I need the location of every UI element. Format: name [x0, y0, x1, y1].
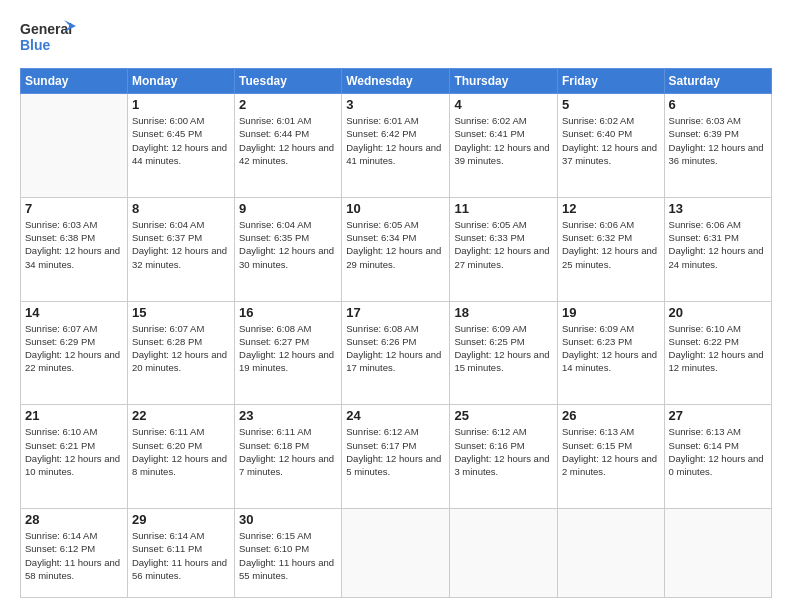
- day-number: 15: [132, 305, 230, 320]
- day-info: Sunrise: 6:10 AMSunset: 6:21 PMDaylight:…: [25, 425, 123, 478]
- day-number: 24: [346, 408, 445, 423]
- day-info: Sunrise: 6:06 AMSunset: 6:31 PMDaylight:…: [669, 218, 767, 271]
- day-info: Sunrise: 6:07 AMSunset: 6:28 PMDaylight:…: [132, 322, 230, 375]
- col-header-wednesday: Wednesday: [342, 69, 450, 94]
- calendar-cell: 2Sunrise: 6:01 AMSunset: 6:44 PMDaylight…: [235, 94, 342, 198]
- day-number: 7: [25, 201, 123, 216]
- day-number: 22: [132, 408, 230, 423]
- calendar-cell: [557, 509, 664, 598]
- logo-svg: GeneralBlue: [20, 18, 80, 58]
- calendar-cell: 17Sunrise: 6:08 AMSunset: 6:26 PMDayligh…: [342, 301, 450, 405]
- calendar-cell: 20Sunrise: 6:10 AMSunset: 6:22 PMDayligh…: [664, 301, 771, 405]
- calendar-cell: 25Sunrise: 6:12 AMSunset: 6:16 PMDayligh…: [450, 405, 558, 509]
- calendar-cell: 8Sunrise: 6:04 AMSunset: 6:37 PMDaylight…: [127, 197, 234, 301]
- day-number: 25: [454, 408, 553, 423]
- header: GeneralBlue: [20, 18, 772, 58]
- calendar-cell: 7Sunrise: 6:03 AMSunset: 6:38 PMDaylight…: [21, 197, 128, 301]
- calendar-cell: [664, 509, 771, 598]
- day-info: Sunrise: 6:12 AMSunset: 6:16 PMDaylight:…: [454, 425, 553, 478]
- day-number: 30: [239, 512, 337, 527]
- col-header-thursday: Thursday: [450, 69, 558, 94]
- day-info: Sunrise: 6:05 AMSunset: 6:34 PMDaylight:…: [346, 218, 445, 271]
- day-number: 14: [25, 305, 123, 320]
- calendar-cell: 1Sunrise: 6:00 AMSunset: 6:45 PMDaylight…: [127, 94, 234, 198]
- day-number: 26: [562, 408, 660, 423]
- day-info: Sunrise: 6:01 AMSunset: 6:44 PMDaylight:…: [239, 114, 337, 167]
- day-number: 18: [454, 305, 553, 320]
- col-header-saturday: Saturday: [664, 69, 771, 94]
- col-header-monday: Monday: [127, 69, 234, 94]
- calendar-cell: 5Sunrise: 6:02 AMSunset: 6:40 PMDaylight…: [557, 94, 664, 198]
- calendar-cell: 21Sunrise: 6:10 AMSunset: 6:21 PMDayligh…: [21, 405, 128, 509]
- day-info: Sunrise: 6:02 AMSunset: 6:41 PMDaylight:…: [454, 114, 553, 167]
- day-info: Sunrise: 6:07 AMSunset: 6:29 PMDaylight:…: [25, 322, 123, 375]
- day-number: 4: [454, 97, 553, 112]
- svg-text:General: General: [20, 21, 72, 37]
- day-number: 20: [669, 305, 767, 320]
- day-info: Sunrise: 6:13 AMSunset: 6:14 PMDaylight:…: [669, 425, 767, 478]
- calendar-cell: 27Sunrise: 6:13 AMSunset: 6:14 PMDayligh…: [664, 405, 771, 509]
- day-number: 27: [669, 408, 767, 423]
- day-info: Sunrise: 6:04 AMSunset: 6:37 PMDaylight:…: [132, 218, 230, 271]
- week-row-5: 28Sunrise: 6:14 AMSunset: 6:12 PMDayligh…: [21, 509, 772, 598]
- calendar-cell: 4Sunrise: 6:02 AMSunset: 6:41 PMDaylight…: [450, 94, 558, 198]
- day-number: 2: [239, 97, 337, 112]
- week-row-3: 14Sunrise: 6:07 AMSunset: 6:29 PMDayligh…: [21, 301, 772, 405]
- day-number: 29: [132, 512, 230, 527]
- day-info: Sunrise: 6:00 AMSunset: 6:45 PMDaylight:…: [132, 114, 230, 167]
- week-row-2: 7Sunrise: 6:03 AMSunset: 6:38 PMDaylight…: [21, 197, 772, 301]
- page: GeneralBlue SundayMondayTuesdayWednesday…: [0, 0, 792, 612]
- day-number: 6: [669, 97, 767, 112]
- day-number: 9: [239, 201, 337, 216]
- day-number: 1: [132, 97, 230, 112]
- calendar-cell: 12Sunrise: 6:06 AMSunset: 6:32 PMDayligh…: [557, 197, 664, 301]
- calendar-cell: 18Sunrise: 6:09 AMSunset: 6:25 PMDayligh…: [450, 301, 558, 405]
- calendar-table: SundayMondayTuesdayWednesdayThursdayFrid…: [20, 68, 772, 598]
- day-info: Sunrise: 6:06 AMSunset: 6:32 PMDaylight:…: [562, 218, 660, 271]
- day-number: 19: [562, 305, 660, 320]
- day-info: Sunrise: 6:14 AMSunset: 6:12 PMDaylight:…: [25, 529, 123, 582]
- calendar-cell: 29Sunrise: 6:14 AMSunset: 6:11 PMDayligh…: [127, 509, 234, 598]
- day-info: Sunrise: 6:15 AMSunset: 6:10 PMDaylight:…: [239, 529, 337, 582]
- calendar-cell: 6Sunrise: 6:03 AMSunset: 6:39 PMDaylight…: [664, 94, 771, 198]
- calendar-cell: 30Sunrise: 6:15 AMSunset: 6:10 PMDayligh…: [235, 509, 342, 598]
- day-info: Sunrise: 6:09 AMSunset: 6:23 PMDaylight:…: [562, 322, 660, 375]
- day-info: Sunrise: 6:14 AMSunset: 6:11 PMDaylight:…: [132, 529, 230, 582]
- day-info: Sunrise: 6:08 AMSunset: 6:26 PMDaylight:…: [346, 322, 445, 375]
- calendar-cell: 19Sunrise: 6:09 AMSunset: 6:23 PMDayligh…: [557, 301, 664, 405]
- calendar-cell: 16Sunrise: 6:08 AMSunset: 6:27 PMDayligh…: [235, 301, 342, 405]
- svg-text:Blue: Blue: [20, 37, 51, 53]
- day-info: Sunrise: 6:13 AMSunset: 6:15 PMDaylight:…: [562, 425, 660, 478]
- calendar-cell: 9Sunrise: 6:04 AMSunset: 6:35 PMDaylight…: [235, 197, 342, 301]
- calendar-cell: 13Sunrise: 6:06 AMSunset: 6:31 PMDayligh…: [664, 197, 771, 301]
- calendar-cell: 24Sunrise: 6:12 AMSunset: 6:17 PMDayligh…: [342, 405, 450, 509]
- calendar-cell: 14Sunrise: 6:07 AMSunset: 6:29 PMDayligh…: [21, 301, 128, 405]
- col-header-tuesday: Tuesday: [235, 69, 342, 94]
- week-row-1: 1Sunrise: 6:00 AMSunset: 6:45 PMDaylight…: [21, 94, 772, 198]
- day-info: Sunrise: 6:12 AMSunset: 6:17 PMDaylight:…: [346, 425, 445, 478]
- day-info: Sunrise: 6:11 AMSunset: 6:18 PMDaylight:…: [239, 425, 337, 478]
- day-info: Sunrise: 6:01 AMSunset: 6:42 PMDaylight:…: [346, 114, 445, 167]
- day-info: Sunrise: 6:03 AMSunset: 6:38 PMDaylight:…: [25, 218, 123, 271]
- day-info: Sunrise: 6:10 AMSunset: 6:22 PMDaylight:…: [669, 322, 767, 375]
- day-number: 17: [346, 305, 445, 320]
- calendar-cell: 28Sunrise: 6:14 AMSunset: 6:12 PMDayligh…: [21, 509, 128, 598]
- header-row: SundayMondayTuesdayWednesdayThursdayFrid…: [21, 69, 772, 94]
- day-info: Sunrise: 6:08 AMSunset: 6:27 PMDaylight:…: [239, 322, 337, 375]
- day-number: 12: [562, 201, 660, 216]
- day-info: Sunrise: 6:05 AMSunset: 6:33 PMDaylight:…: [454, 218, 553, 271]
- calendar-cell: [21, 94, 128, 198]
- calendar-cell: 15Sunrise: 6:07 AMSunset: 6:28 PMDayligh…: [127, 301, 234, 405]
- day-number: 23: [239, 408, 337, 423]
- day-number: 11: [454, 201, 553, 216]
- logo: GeneralBlue: [20, 18, 80, 58]
- day-number: 28: [25, 512, 123, 527]
- day-number: 16: [239, 305, 337, 320]
- day-number: 8: [132, 201, 230, 216]
- day-info: Sunrise: 6:03 AMSunset: 6:39 PMDaylight:…: [669, 114, 767, 167]
- day-info: Sunrise: 6:02 AMSunset: 6:40 PMDaylight:…: [562, 114, 660, 167]
- calendar-cell: 26Sunrise: 6:13 AMSunset: 6:15 PMDayligh…: [557, 405, 664, 509]
- calendar-cell: 3Sunrise: 6:01 AMSunset: 6:42 PMDaylight…: [342, 94, 450, 198]
- week-row-4: 21Sunrise: 6:10 AMSunset: 6:21 PMDayligh…: [21, 405, 772, 509]
- calendar-cell: [450, 509, 558, 598]
